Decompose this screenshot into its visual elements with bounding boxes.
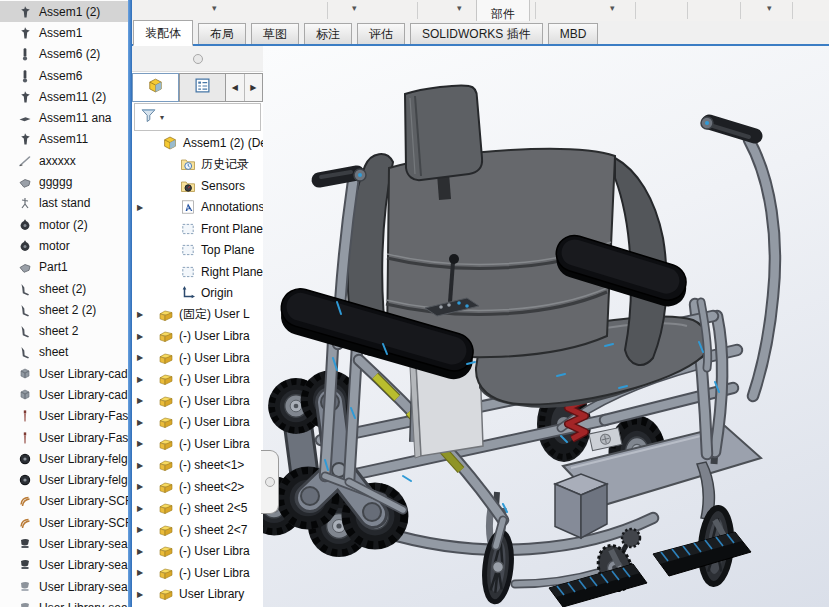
list-item[interactable]: Assem11 [0,129,128,150]
dropdown-caret-icon[interactable]: ▾ [610,3,615,13]
list-item[interactable]: User Library-felg [0,470,128,491]
part-icon [158,393,174,409]
tree-filter[interactable]: ▾ [134,103,261,131]
tree-item[interactable]: ▶ (-) User Libra [132,541,263,563]
list-item[interactable]: User Library-SCR [0,512,128,533]
list-item[interactable]: axxxxx [0,150,128,171]
tree-item[interactable]: ▶ (-) User Libra [132,562,263,584]
list-item[interactable]: User Library-sea [0,597,128,607]
splitter-knob-icon[interactable] [193,54,203,64]
expand-arrow-icon[interactable]: ▶ [137,353,149,362]
list-item[interactable]: Assem11 (2) [0,86,128,107]
list-item[interactable]: User Library-sea [0,533,128,554]
tree-item[interactable]: ▶ (-) User Libra [132,347,263,369]
tree-item[interactable]: Sensors [132,175,263,197]
list-item[interactable]: User Library-cad [0,363,128,384]
tree-item[interactable]: ▶ Annotations [132,197,263,219]
scroll-right-icon[interactable]: ▶ [244,74,263,101]
file-label: last stand [39,196,90,210]
list-item[interactable]: Assem11 ana [0,107,128,128]
list-item[interactable]: User Library-felg [0,448,128,469]
move-component-button[interactable]: 部件 [476,0,530,22]
expand-arrow-icon[interactable]: ▶ [137,332,149,341]
filter-caret-icon[interactable]: ▾ [160,113,164,122]
panel-splitter-handle[interactable] [261,450,279,514]
tree-item[interactable]: ▶ (-) sheet 2<7 [132,519,263,541]
list-item[interactable]: Assem1 (2) [0,1,128,22]
expand-arrow-icon[interactable]: ▶ [137,525,149,534]
dropdown-caret-icon[interactable]: ▾ [352,3,357,13]
tree-item-label: Top Plane [201,243,254,257]
dropdown-caret-icon[interactable]: ▾ [212,3,217,13]
dropdown-caret-icon[interactable]: ▾ [767,3,772,13]
tree-item[interactable]: ▶ User Library [132,584,263,606]
expand-arrow-icon[interactable]: ▶ [137,547,149,556]
expand-arrow-icon[interactable]: ▶ [137,418,149,427]
tab-feature-tree[interactable] [132,73,179,102]
tree-item[interactable]: ▶ (-) sheet<2> [132,476,263,498]
scroll-left-icon[interactable]: ◀ [226,74,244,101]
part-icon [158,371,174,387]
list-item[interactable]: User Library-SCR [0,491,128,512]
expand-arrow-icon[interactable]: ▶ [137,439,149,448]
expand-arrow-icon[interactable]: ▶ [137,203,149,212]
list-item[interactable]: ggggg [0,171,128,192]
tree-item[interactable]: Top Plane [132,240,263,262]
graphics-viewport[interactable] [263,46,829,607]
battery-box[interactable] [555,474,607,538]
dropdown-caret-icon[interactable]: ▾ [457,3,462,13]
list-item[interactable]: last stand [0,193,128,214]
list-item[interactable]: Assem1 [0,22,128,43]
command-tab[interactable]: 草图 [251,23,299,46]
expand-arrow-icon[interactable]: ▶ [137,568,149,577]
tree-item[interactable]: Front Plane [132,218,263,240]
ribbon-separator [327,2,328,19]
list-item[interactable]: sheet (2) [0,278,128,299]
tree-item[interactable]: ▶ (-) sheet<1> [132,455,263,477]
expand-arrow-icon[interactable]: ▶ [137,461,149,470]
panel-splitter[interactable] [132,46,263,72]
list-item[interactable]: Part1 [0,257,128,278]
list-item[interactable]: sheet 2 [0,320,128,341]
command-tab[interactable]: SOLIDWORKS 插件 [410,23,543,46]
expand-arrow-icon[interactable]: ▶ [137,590,149,599]
tree-item[interactable]: ▶ (-) User Libra [132,390,263,412]
list-item[interactable]: motor [0,235,128,256]
tree-item[interactable]: ▶ (-) sheet 2<5 [132,498,263,520]
expand-arrow-icon[interactable]: ▶ [137,482,149,491]
tree-item[interactable]: ▶ (-) User Libra [132,326,263,348]
file-list-panel: Assem1 (2) Assem1 Assem6 (2) Assem6 Asse… [0,0,128,607]
wheelchair-model[interactable] [263,46,829,607]
tree-item[interactable]: ▶ (-) User Libra [132,369,263,391]
list-item[interactable]: User Library-Fast [0,406,128,427]
command-tab[interactable]: MBD [548,23,599,46]
tree-item-label: Right Plane [201,265,263,279]
expand-arrow-icon[interactable]: ▶ [137,310,149,319]
command-tab[interactable]: 装配体 [133,20,193,46]
tab-property-manager[interactable] [179,73,226,102]
list-item[interactable]: Assem6 [0,65,128,86]
list-item[interactable]: sheet [0,342,128,363]
command-tab[interactable]: 布局 [198,23,246,46]
tree-item[interactable]: ▶ (-) User Libra [132,433,263,455]
list-item[interactable]: User Library-sea [0,576,128,597]
tree-item[interactable]: ▶ (-) User Libra [132,412,263,434]
list-item[interactable]: Assem6 (2) [0,44,128,65]
tree-item[interactable]: 历史记录 [132,154,263,176]
tree-item[interactable]: ▶ (固定) User L [132,304,263,326]
list-item[interactable]: User Library-cad [0,384,128,405]
expand-arrow-icon[interactable]: ▶ [137,375,149,384]
splitter-knob-icon[interactable] [265,477,275,487]
list-item[interactable]: motor (2) [0,214,128,235]
command-tab[interactable]: 评估 [357,23,405,46]
tree-item[interactable]: Origin [132,283,263,305]
command-tab[interactable]: 标注 [304,23,352,46]
list-item[interactable]: sheet 2 (2) [0,299,128,320]
file-label: User Library-felg [39,473,128,487]
list-item[interactable]: User Library-sea [0,555,128,576]
expand-arrow-icon[interactable]: ▶ [137,504,149,513]
list-item[interactable]: User Library-Fast [0,427,128,448]
tree-item[interactable]: Right Plane [132,261,263,283]
expand-arrow-icon[interactable]: ▶ [137,396,149,405]
tree-root[interactable]: Assem1 (2) (Def [132,132,263,154]
